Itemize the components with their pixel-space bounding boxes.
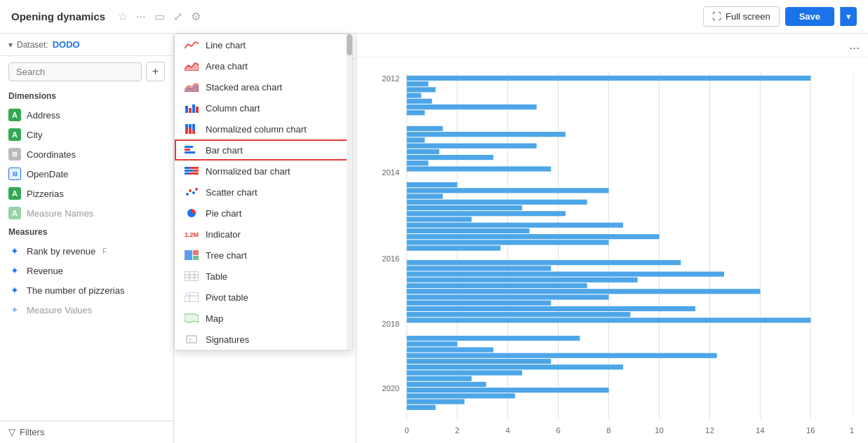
bar[interactable] [407, 99, 432, 104]
chart-type-stacked-area[interactable]: Stacked area chart [175, 76, 352, 97]
fullscreen-button[interactable]: ⛶ Full screen [703, 6, 780, 27]
bar[interactable] [407, 223, 623, 228]
star-icon[interactable]: ☆ [118, 10, 128, 23]
bar[interactable] [407, 166, 552, 171]
bar[interactable] [407, 266, 552, 271]
bar[interactable] [407, 301, 552, 306]
sidebar-item-coordinates[interactable]: ⊞ Coordinates [0, 144, 173, 164]
bar[interactable] [407, 81, 429, 86]
bar[interactable] [407, 205, 522, 210]
bar[interactable] [407, 370, 522, 375]
bar[interactable] [407, 376, 472, 381]
chart-type-pivot[interactable]: Pivot table [175, 287, 352, 308]
bar[interactable] [407, 132, 566, 137]
search-input[interactable] [8, 62, 142, 81]
scatter-icon [185, 186, 199, 198]
svg-rect-17 [190, 167, 199, 169]
bar[interactable] [407, 278, 638, 282]
bar[interactable] [407, 347, 493, 352]
svg-text:0: 0 [405, 426, 409, 435]
chart-type-table[interactable]: Table [175, 266, 352, 287]
bar[interactable] [407, 149, 439, 154]
save-dropdown-button[interactable]: ▾ [840, 7, 857, 26]
bar[interactable] [407, 193, 443, 198]
fullscreen-icon: ⛶ [712, 11, 721, 22]
bar[interactable] [407, 336, 580, 341]
bar[interactable] [407, 399, 465, 404]
bar[interactable] [407, 405, 436, 410]
bar[interactable] [407, 382, 486, 387]
rank-label: Rank by revenue [27, 246, 95, 257]
bar[interactable] [407, 240, 609, 245]
chart-type-tree[interactable]: Tree chart [175, 245, 352, 266]
bar[interactable] [407, 260, 681, 265]
filters-row[interactable]: ▽ Filters [0, 421, 173, 443]
save-button[interactable]: Save [785, 7, 834, 26]
bar[interactable] [407, 182, 458, 187]
bar[interactable] [407, 245, 501, 250]
bar[interactable] [407, 87, 436, 92]
bar[interactable] [407, 393, 515, 398]
chart-type-scatter[interactable]: Scatter chart [175, 182, 352, 203]
bar[interactable] [407, 211, 566, 216]
chart-type-signatures[interactable]: T Signatures [175, 329, 352, 350]
sidebar-item-rank-by-revenue[interactable]: ✦ Rank by revenue F. [0, 241, 173, 261]
bar[interactable] [407, 217, 472, 222]
bar[interactable] [407, 137, 425, 142]
bar[interactable] [407, 294, 609, 299]
bar[interactable] [407, 318, 811, 322]
bar[interactable] [407, 200, 587, 205]
chart-type-map[interactable]: Map [175, 308, 352, 329]
window-icon[interactable]: ▭ [154, 10, 165, 23]
add-button[interactable]: + [146, 62, 165, 81]
bar[interactable] [407, 341, 458, 346]
more-icon[interactable]: ··· [136, 11, 145, 23]
bar[interactable] [407, 229, 530, 233]
bar[interactable] [407, 283, 587, 288]
chart-toolbar: ... [356, 34, 868, 57]
chart-type-norm-column[interactable]: Normalized column chart [175, 118, 352, 139]
svg-rect-27 [185, 250, 192, 260]
bar[interactable] [407, 234, 660, 239]
bar[interactable] [407, 93, 422, 98]
bar[interactable] [407, 161, 429, 165]
bar[interactable] [407, 388, 609, 393]
chart-type-line[interactable]: Line chart [175, 34, 352, 55]
chart-type-bar[interactable]: Bar chart [175, 139, 352, 161]
sidebar-item-measure-names[interactable]: A Measure Names [0, 203, 173, 223]
bar[interactable] [407, 144, 537, 149]
bar[interactable] [407, 155, 493, 160]
sidebar-item-opendate[interactable]: ⊟ OpenDate [0, 164, 173, 184]
bar[interactable] [407, 289, 761, 294]
settings-icon[interactable]: ⚙ [191, 10, 201, 23]
bar[interactable] [407, 104, 537, 109]
chart-more-button[interactable]: ... [849, 38, 860, 53]
chart-type-norm-bar[interactable]: Normalized bar chart [175, 161, 352, 182]
chart-type-column[interactable]: Column chart [175, 97, 352, 118]
chart-type-pie[interactable]: Pie chart [175, 203, 352, 224]
svg-rect-14 [185, 149, 190, 151]
bar[interactable] [407, 364, 623, 369]
sidebar-item-measure-values[interactable]: ✦ Measure Values [0, 300, 173, 320]
scrollbar-thumb[interactable] [347, 34, 352, 55]
share-icon[interactable]: ⤢ [173, 10, 182, 23]
bar[interactable] [407, 353, 717, 358]
bar[interactable] [407, 110, 425, 115]
bar[interactable] [407, 188, 609, 193]
bar[interactable] [407, 76, 811, 81]
bar[interactable] [407, 312, 631, 317]
chart-type-indicator[interactable]: 1.2M Indicator [175, 224, 352, 245]
chart-type-area[interactable]: Area chart [175, 55, 352, 76]
svg-text:2: 2 [455, 426, 459, 435]
sidebar-item-address[interactable]: A Address [0, 105, 173, 125]
bar[interactable] [407, 306, 695, 311]
sidebar-item-revenue[interactable]: ✦ Revenue [0, 261, 173, 280]
collapse-icon[interactable]: ▾ [8, 40, 13, 50]
bar[interactable] [407, 359, 552, 364]
bar[interactable] [407, 126, 443, 131]
dataset-name[interactable]: DODO [53, 39, 80, 50]
sidebar-item-pizzerias[interactable]: A Pizzerias [0, 184, 173, 203]
sidebar-item-number-pizzerias[interactable]: ✦ The number of pizzerias [0, 280, 173, 300]
sidebar-item-city[interactable]: A City [0, 125, 173, 144]
bar[interactable] [407, 271, 724, 276]
